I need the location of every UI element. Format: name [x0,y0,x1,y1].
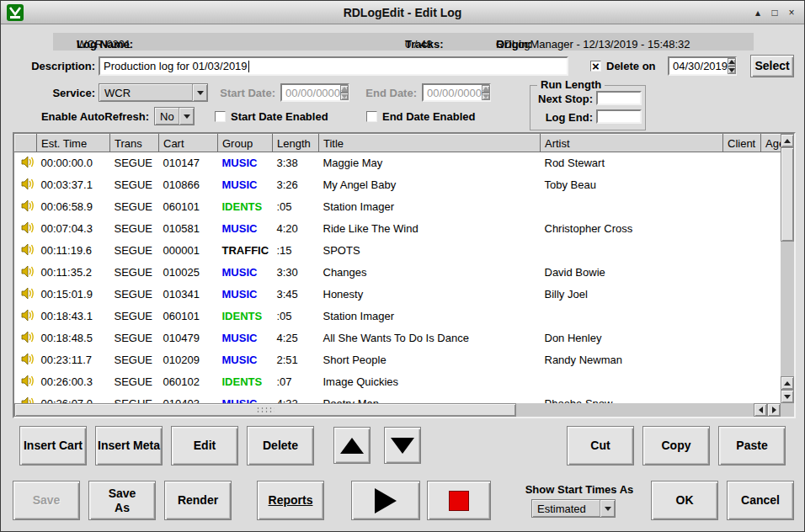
cell-cart: 060101 [159,306,218,327]
cell-length: 2:51 [273,349,319,371]
cell-client [723,240,761,262]
autorefresh-combobox[interactable]: No [154,107,195,125]
table-row[interactable]: 00:11:19.6 SEGUE 000001 TRAFFIC :15 SPOT… [15,240,781,262]
delete-on-checkbox[interactable] [590,61,601,72]
column-header-agency[interactable]: Agency [761,135,781,152]
scroll-up2-icon[interactable] [781,376,794,390]
table-row[interactable]: 00:06:58.9 SEGUE 060101 IDENTS :05 Stati… [15,196,781,218]
chevron-down-icon [600,500,615,517]
column-header-icon[interactable] [15,135,37,152]
vertical-scroll-thumb[interactable] [781,147,794,242]
close-button[interactable]: × [784,5,799,20]
cell-trans: SEGUE [110,174,159,196]
start-date-enabled-checkbox[interactable] [215,111,226,122]
cell-est-time: 00:11:19.6 [37,240,110,262]
start-date-spinner [340,85,349,100]
log-end-value [596,109,642,124]
end-date-enabled-checkbox[interactable] [366,111,377,122]
spin-up-icon[interactable] [728,58,736,66]
spin-up-icon [340,85,349,93]
cell-agency [761,284,781,306]
table-row[interactable]: 00:26:07.0 SEGUE 010403 MUSIC 4:32 Poetr… [15,393,781,404]
paste-button[interactable]: Paste [718,426,786,466]
cut-button[interactable]: Cut [567,426,634,466]
insert-cart-button[interactable]: Insert Cart [19,426,87,466]
table-row[interactable]: 00:03:37.1 SEGUE 010866 MUSIC 3:26 My An… [15,174,781,196]
cell-length: 4:32 [273,393,319,404]
log-table-body: 00:00:00.0 SEGUE 010147 MUSIC 3:38 Maggi… [15,152,781,404]
column-header-artist[interactable]: Artist [541,135,723,152]
chevron-down-icon [192,84,207,101]
scroll-down-icon[interactable] [781,390,794,403]
save-as-button[interactable]: Save As [88,481,156,520]
table-row[interactable]: 00:00:00.0 SEGUE 010147 MUSIC 3:38 Maggi… [15,152,781,174]
cell-trans: SEGUE [110,393,159,404]
cell-cart: 060101 [159,196,218,218]
titlebar[interactable]: RDLogEdit - Edit Log ▴ □ × [1,1,804,24]
cell-trans: SEGUE [110,240,159,262]
column-header-group[interactable]: Group [218,135,273,152]
speaker-icon [15,306,37,327]
cell-group: MUSIC [218,174,273,196]
cell-trans: SEGUE [110,371,159,393]
spin-down-icon[interactable] [728,66,736,75]
table-row[interactable]: 00:11:35.2 SEGUE 010025 MUSIC 3:30 Chang… [15,262,781,284]
cell-cart: 010209 [159,349,218,371]
table-row[interactable]: 00:15:01.9 SEGUE 010341 MUSIC 3:45 Hones… [15,284,781,306]
copy-button[interactable]: Copy [642,426,710,466]
table-row[interactable]: 00:18:43.1 SEGUE 060101 IDENTS :05 Stati… [15,306,781,327]
speaker-icon [15,262,37,284]
stop-button[interactable] [427,481,491,520]
scroll-up-icon[interactable] [781,134,794,147]
delete-on-date-field[interactable]: 04/30/2019 [668,56,737,76]
column-header-cart[interactable]: Cart [159,135,218,152]
cell-title: Station Imager [319,196,541,218]
scroll-left-icon[interactable] [754,403,767,417]
spin-down-icon [340,93,349,100]
cell-cart: 000001 [159,240,218,262]
vertical-scrollbar[interactable] [781,134,794,403]
start-date-field: 00/00/0000 [280,83,349,102]
table-row[interactable]: 00:18:48.5 SEGUE 010479 MUSIC 4:25 All S… [15,327,781,349]
speaker-icon [15,349,37,371]
column-header-est-time[interactable]: Est. Time [37,135,110,152]
column-header-client[interactable]: Client [723,135,761,152]
show-start-times-combobox[interactable]: Estimated [531,499,616,518]
table-row[interactable]: 00:26:00.3 SEGUE 060102 IDENTS :07 Image… [15,371,781,393]
column-header-length[interactable]: Length [273,135,319,152]
delete-on-label: Delete on [606,60,656,72]
table-row[interactable]: 00:07:04.3 SEGUE 010581 MUSIC 4:20 Ride … [15,218,781,240]
scroll-right-icon[interactable] [767,403,781,417]
edit-button[interactable]: Edit [171,426,238,466]
shade-button[interactable]: ▴ [750,5,765,20]
column-header-trans[interactable]: Trans [110,135,159,152]
column-header-title[interactable]: Title [319,135,541,152]
speaker-icon [15,393,37,404]
reports-button[interactable]: Reports [257,481,324,520]
render-button[interactable]: Render [164,481,232,520]
cell-artist: Rod Stewart [541,152,723,174]
delete-button[interactable]: Delete [247,426,314,466]
select-date-button[interactable]: Select [750,55,794,77]
maximize-button[interactable]: □ [767,5,782,20]
cell-client [723,327,761,349]
horizontal-scrollbar[interactable] [14,403,781,417]
move-up-button[interactable] [333,427,371,464]
play-button[interactable] [351,481,420,520]
cancel-button[interactable]: Cancel [727,481,794,520]
ok-button[interactable]: OK [651,481,718,520]
cell-client [723,152,761,174]
cell-est-time: 00:11:35.2 [37,262,110,284]
table-row[interactable]: 00:23:11.7 SEGUE 010209 MUSIC 2:51 Short… [15,349,781,371]
log-table-header-row: Est. TimeTransCartGroupLengthTitleArtist… [15,135,781,152]
run-length-groupbox: Run Length Next Stop: Log End: [530,85,646,130]
description-input[interactable]: Production log for 01/03/2019 [99,56,568,76]
cell-agency [761,393,781,404]
horizontal-scroll-thumb[interactable] [14,403,516,417]
move-down-button[interactable] [384,427,421,464]
cell-agency [761,306,781,327]
service-combobox[interactable]: WCR [99,83,208,102]
app-icon[interactable] [7,4,24,21]
insert-meta-button[interactable]: Insert Meta [95,426,163,466]
delete-date-spinner[interactable] [728,58,736,74]
